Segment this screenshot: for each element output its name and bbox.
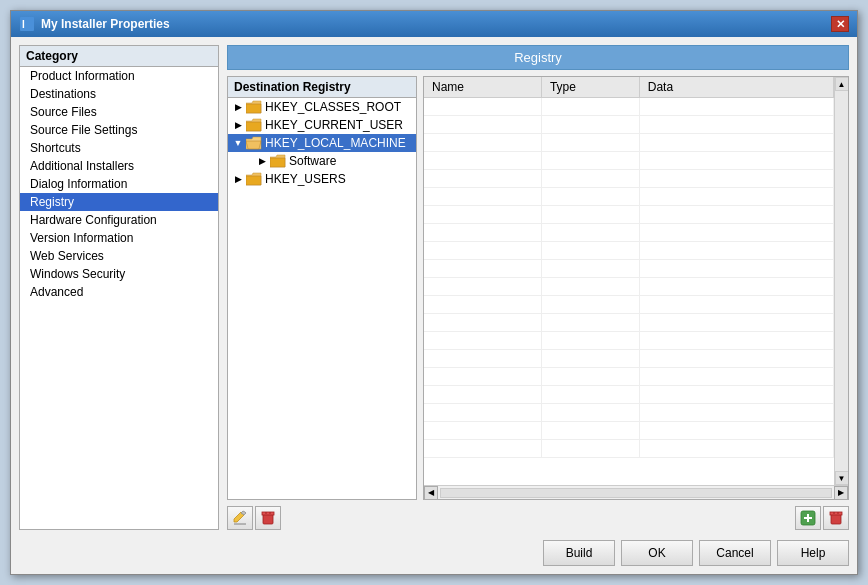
label-hkey-classes-root: HKEY_CLASSES_ROOT [265,100,401,114]
build-button[interactable]: Build [543,540,615,566]
table-row [424,278,834,296]
sidebar-item-shortcuts[interactable]: Shortcuts [20,139,218,157]
toggle-software[interactable]: ▶ [256,155,268,167]
registry-tree-header: Destination Registry [228,77,416,98]
edit-icon [232,510,248,526]
tree-item-hkey-users[interactable]: ▶ HKEY_USERS [228,170,416,188]
table-row [424,206,834,224]
data-panel-scroll[interactable]: Name Type Data [424,77,848,485]
table-row [424,296,834,314]
folder-icon-software [270,154,286,168]
table-row [424,314,834,332]
sidebar: Category Product Information Destination… [19,45,219,530]
data-delete-icon [828,510,844,526]
horizontal-scrollbar[interactable]: ◀ ▶ [424,485,848,499]
table-row [424,440,834,458]
label-hkey-current-user: HKEY_CURRENT_USER [265,118,403,132]
toggle-hkey-classes-root[interactable]: ▶ [232,101,244,113]
ok-button[interactable]: OK [621,540,693,566]
toggle-hkey-local-machine[interactable]: ▼ [232,137,244,149]
sidebar-item-advanced[interactable]: Advanced [20,283,218,301]
data-table: Name Type Data [424,77,834,458]
scroll-right-arrow[interactable]: ▶ [834,486,848,500]
table-row [424,224,834,242]
table-row [424,116,834,134]
tree-delete-button[interactable] [255,506,281,530]
col-header-name: Name [424,77,541,98]
table-row [424,170,834,188]
toggle-hkey-users[interactable]: ▶ [232,173,244,185]
folder-icon-current-user [246,118,262,132]
content-panels: Destination Registry ▶ HKEY_CLASSES_ROOT [227,76,849,500]
table-row [424,98,834,116]
svg-rect-3 [263,514,273,524]
sidebar-item-product-information[interactable]: Product Information [20,67,218,85]
footer: Build OK Cancel Help [19,536,849,566]
sidebar-item-destinations[interactable]: Destinations [20,85,218,103]
main-area: Category Product Information Destination… [19,45,849,530]
sidebar-item-hardware-configuration[interactable]: Hardware Configuration [20,211,218,229]
sidebar-item-dialog-information[interactable]: Dialog Information [20,175,218,193]
folder-icon-users [246,172,262,186]
label-hkey-users: HKEY_USERS [265,172,346,186]
vertical-scrollbar[interactable]: ▲ ▼ [834,77,848,485]
svg-rect-4 [262,512,274,515]
tree-item-hkey-current-user[interactable]: ▶ HKEY_CURRENT_USER [228,116,416,134]
delete-icon [260,510,276,526]
table-row [424,134,834,152]
scroll-up-arrow[interactable]: ▲ [835,77,849,91]
col-header-type: Type [541,77,639,98]
table-row [424,386,834,404]
svg-rect-11 [830,512,842,515]
cancel-button[interactable]: Cancel [699,540,771,566]
window-body: Category Product Information Destination… [11,37,857,574]
tree-item-hkey-local-machine[interactable]: ▼ HKEY_LOCAL_MACHINE [228,134,416,152]
scroll-down-arrow[interactable]: ▼ [835,471,849,485]
sidebar-item-version-information[interactable]: Version Information [20,229,218,247]
close-button[interactable]: ✕ [831,16,849,32]
table-row [424,422,834,440]
app-icon: I [19,16,35,32]
label-hkey-local-machine: HKEY_LOCAL_MACHINE [265,136,406,150]
tree-item-software[interactable]: ▶ Software [228,152,416,170]
folder-icon-classes-root [246,100,262,114]
table-row [424,242,834,260]
toolbar-row [227,506,849,530]
scroll-left-arrow[interactable]: ◀ [424,486,438,500]
table-row [424,332,834,350]
label-software: Software [289,154,336,168]
sidebar-item-additional-installers[interactable]: Additional Installers [20,157,218,175]
main-window: I My Installer Properties ✕ Category Pro… [10,10,858,575]
scroll-track-h [440,488,832,498]
data-panel-inner: Name Type Data [424,77,834,485]
scroll-track-v [835,91,849,471]
content-area: Registry Destination Registry ▶ HKEY [227,45,849,530]
add-icon [800,510,816,526]
sidebar-item-source-files[interactable]: Source Files [20,103,218,121]
sidebar-item-windows-security[interactable]: Windows Security [20,265,218,283]
tree-edit-button[interactable] [227,506,253,530]
data-add-button[interactable] [795,506,821,530]
content-header: Registry [227,45,849,70]
data-toolbar [795,506,849,530]
title-bar: I My Installer Properties ✕ [11,11,857,37]
table-row [424,188,834,206]
registry-tree-panel: Destination Registry ▶ HKEY_CLASSES_ROOT [227,76,417,500]
window-title: My Installer Properties [41,17,170,31]
folder-icon-local-machine [246,136,262,150]
sidebar-category: Category [20,46,218,67]
help-button[interactable]: Help [777,540,849,566]
table-row [424,368,834,386]
table-row [424,260,834,278]
tree-toolbar [227,506,281,530]
col-header-data: Data [639,77,833,98]
tree-item-hkey-classes-root[interactable]: ▶ HKEY_CLASSES_ROOT [228,98,416,116]
sidebar-item-source-file-settings[interactable]: Source File Settings [20,121,218,139]
data-panel-wrapper: Name Type Data [423,76,849,500]
title-bar-left: I My Installer Properties [19,16,170,32]
sidebar-item-web-services[interactable]: Web Services [20,247,218,265]
toggle-hkey-current-user[interactable]: ▶ [232,119,244,131]
sidebar-item-registry[interactable]: Registry [20,193,218,211]
svg-text:I: I [22,19,25,30]
data-delete-button[interactable] [823,506,849,530]
